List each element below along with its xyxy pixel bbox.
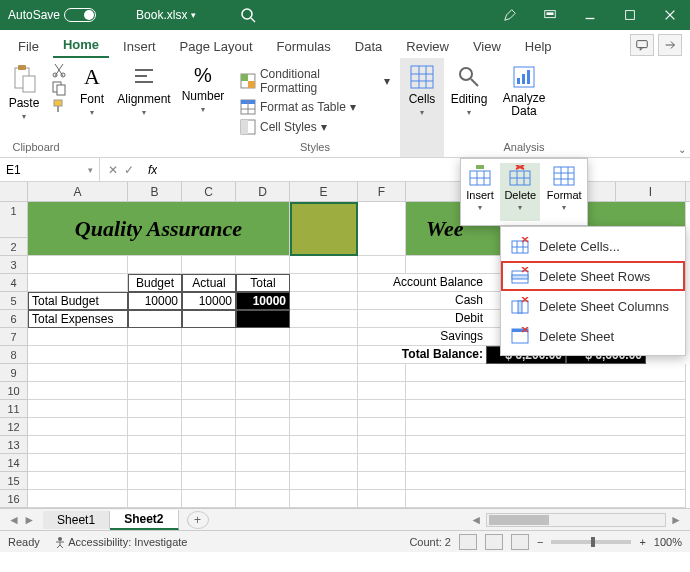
cell[interactable] bbox=[128, 400, 182, 418]
menu-delete-sheet-columns[interactable]: Delete Sheet Columns bbox=[501, 291, 685, 321]
zoom-level[interactable]: 100% bbox=[654, 536, 682, 548]
editing-button[interactable]: Editing ▾ bbox=[447, 62, 492, 119]
accessibility-status[interactable]: Accessibility: Investigate bbox=[54, 536, 188, 548]
horizontal-scrollbar[interactable]: ◄ ► bbox=[209, 513, 691, 527]
cell-debit-label[interactable]: Debit bbox=[358, 310, 486, 328]
cell[interactable] bbox=[236, 382, 290, 400]
row-header[interactable]: 7 bbox=[0, 328, 28, 346]
cell[interactable] bbox=[290, 454, 358, 472]
search-button[interactable] bbox=[236, 3, 260, 27]
cell[interactable] bbox=[358, 472, 406, 490]
view-page-break-button[interactable] bbox=[511, 534, 529, 550]
col-header-f[interactable]: F bbox=[358, 182, 406, 201]
row-header[interactable]: 15 bbox=[0, 472, 28, 490]
cell[interactable] bbox=[290, 256, 358, 274]
tab-home[interactable]: Home bbox=[53, 33, 109, 58]
row-header[interactable]: 4 bbox=[0, 274, 28, 292]
scrollbar-thumb[interactable] bbox=[489, 515, 549, 525]
minimize-button[interactable] bbox=[570, 0, 610, 30]
cell-styles-button[interactable]: Cell Styles▾ bbox=[238, 118, 392, 136]
analyze-data-button[interactable]: Analyze Data bbox=[499, 62, 550, 120]
cell[interactable] bbox=[290, 472, 358, 490]
row-header[interactable]: 5 bbox=[0, 292, 28, 310]
comments-button[interactable] bbox=[630, 34, 654, 56]
cell[interactable] bbox=[236, 454, 290, 472]
tab-review[interactable]: Review bbox=[396, 35, 459, 58]
ribbon-expand-icon[interactable]: ⌄ bbox=[678, 144, 686, 155]
cell[interactable] bbox=[358, 490, 406, 508]
fx-icon[interactable]: fx bbox=[148, 163, 157, 177]
menu-delete-sheet[interactable]: Delete Sheet bbox=[501, 321, 685, 351]
cell[interactable] bbox=[28, 364, 128, 382]
cell-savings-label[interactable]: Savings bbox=[358, 328, 486, 346]
col-header-d[interactable]: D bbox=[236, 182, 290, 201]
tab-formulas[interactable]: Formulas bbox=[267, 35, 341, 58]
cancel-formula-icon[interactable]: ✕ bbox=[108, 163, 118, 177]
cell[interactable] bbox=[406, 436, 686, 454]
format-cells-button[interactable]: Format▾ bbox=[543, 163, 586, 221]
cell[interactable] bbox=[358, 436, 406, 454]
paste-button[interactable]: Paste ▾ bbox=[5, 62, 44, 123]
cell[interactable] bbox=[28, 256, 128, 274]
cell[interactable] bbox=[236, 436, 290, 454]
cell[interactable] bbox=[406, 490, 686, 508]
cell-budget-value[interactable]: 10000 bbox=[128, 292, 182, 310]
maximize-button[interactable] bbox=[610, 0, 650, 30]
cell[interactable] bbox=[236, 472, 290, 490]
sheet-nav-arrows[interactable]: ◄ ► bbox=[0, 513, 43, 527]
cell[interactable] bbox=[128, 382, 182, 400]
zoom-in-button[interactable]: + bbox=[639, 536, 645, 548]
cell[interactable] bbox=[290, 400, 358, 418]
cell-header-actual[interactable]: Actual bbox=[182, 274, 236, 292]
cell-total-value[interactable]: 10000 bbox=[236, 292, 290, 310]
toggle-switch-icon[interactable] bbox=[64, 8, 96, 22]
cell[interactable] bbox=[128, 328, 182, 346]
cell[interactable] bbox=[358, 418, 406, 436]
row-header[interactable]: 10 bbox=[0, 382, 28, 400]
cell[interactable] bbox=[290, 346, 358, 364]
cell[interactable] bbox=[290, 310, 358, 328]
cell[interactable] bbox=[290, 274, 358, 292]
cell[interactable] bbox=[128, 256, 182, 274]
cell[interactable] bbox=[182, 328, 236, 346]
delete-cells-button[interactable]: Delete▾ bbox=[500, 163, 540, 221]
row-header[interactable]: 13 bbox=[0, 436, 28, 454]
cell-total-balance-label[interactable]: Total Balance: bbox=[358, 346, 486, 364]
cell-header-budget[interactable]: Budget bbox=[128, 274, 182, 292]
menu-delete-sheet-rows[interactable]: Delete Sheet Rows bbox=[501, 261, 685, 291]
cell[interactable] bbox=[128, 346, 182, 364]
cell[interactable] bbox=[182, 382, 236, 400]
autosave-toggle[interactable]: AutoSave bbox=[8, 8, 96, 22]
cell-total-expenses-label[interactable]: Total Expenses bbox=[28, 310, 128, 328]
cell[interactable] bbox=[290, 382, 358, 400]
tab-file[interactable]: File bbox=[8, 35, 49, 58]
row-header[interactable]: 16 bbox=[0, 490, 28, 508]
cell[interactable] bbox=[236, 346, 290, 364]
cell[interactable] bbox=[236, 490, 290, 508]
alignment-button[interactable]: Alignment ▾ bbox=[113, 62, 174, 119]
cell[interactable] bbox=[236, 418, 290, 436]
cell[interactable] bbox=[182, 436, 236, 454]
cell[interactable] bbox=[128, 472, 182, 490]
cell[interactable] bbox=[128, 310, 182, 328]
zoom-slider[interactable] bbox=[551, 540, 631, 544]
cell-account-balance[interactable]: Account Balance bbox=[358, 274, 486, 292]
cell[interactable] bbox=[236, 400, 290, 418]
cell-total-budget-label[interactable]: Total Budget bbox=[28, 292, 128, 310]
cell[interactable] bbox=[182, 472, 236, 490]
cells-button[interactable]: Cells ▾ bbox=[405, 62, 440, 119]
enter-formula-icon[interactable]: ✓ bbox=[124, 163, 134, 177]
cell[interactable] bbox=[358, 454, 406, 472]
banner-qa[interactable]: Quality Assurance bbox=[28, 202, 290, 256]
tab-page-layout[interactable]: Page Layout bbox=[170, 35, 263, 58]
cell[interactable] bbox=[28, 346, 128, 364]
cell[interactable] bbox=[290, 436, 358, 454]
cell[interactable] bbox=[358, 202, 406, 256]
view-normal-button[interactable] bbox=[459, 534, 477, 550]
row-header[interactable]: 2 bbox=[0, 238, 28, 256]
row-header[interactable]: 9 bbox=[0, 364, 28, 382]
row-header[interactable]: 6 bbox=[0, 310, 28, 328]
cell[interactable] bbox=[28, 382, 128, 400]
tab-data[interactable]: Data bbox=[345, 35, 392, 58]
cell[interactable] bbox=[28, 472, 128, 490]
